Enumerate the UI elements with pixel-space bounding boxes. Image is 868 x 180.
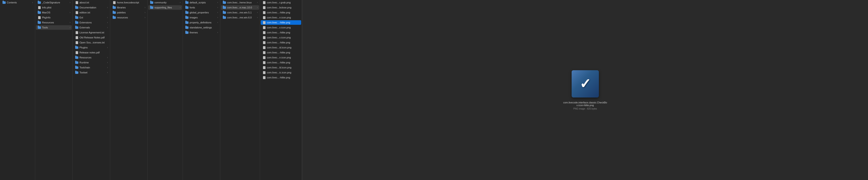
list-item[interactable]: home.livecodescript <box>111 0 147 5</box>
item-label: com.livec...ld.icon.png <box>267 66 300 69</box>
item-label: Tools <box>42 26 69 29</box>
list-item[interactable]: palettes› <box>111 10 147 15</box>
file-icon <box>38 16 41 19</box>
list-item[interactable]: Old Release Notes.pdf <box>73 35 109 40</box>
list-item[interactable]: Toolset› <box>73 70 109 75</box>
list-item[interactable]: MacOS› <box>36 10 72 15</box>
list-item[interactable]: edition.txt <box>73 10 109 15</box>
column-4: home.livecodescriptlibraries›palettes›re… <box>110 0 148 180</box>
column-7: com.livec...heme.linux›com.livec...e.mac… <box>220 0 260 180</box>
folder-icon <box>75 71 79 74</box>
list-item[interactable]: com.livec...n.icon.png <box>261 15 301 20</box>
list-item[interactable]: com.livec...x.icon.png <box>261 25 301 30</box>
item-label: resources <box>117 16 144 19</box>
item-label: com.livec...ic.icon.png <box>267 71 300 74</box>
list-item[interactable]: global_properties› <box>184 10 219 15</box>
list-item[interactable]: License Agreement.txt <box>73 30 109 35</box>
list-item[interactable]: Externals› <box>73 25 109 30</box>
list-item[interactable]: com.livec...bclose.png <box>261 5 301 10</box>
list-item[interactable]: com.livec...me.win.5.1› <box>221 10 259 15</box>
list-item[interactable]: libraries› <box>111 5 147 10</box>
chevron-icon: › <box>217 6 218 9</box>
list-item[interactable]: com.livec...-hilite.png <box>261 10 301 15</box>
folder-icon <box>113 6 116 9</box>
list-item[interactable]: com.livec...-hilite.png <box>261 75 301 80</box>
file-icon <box>263 6 266 9</box>
item-label: Old Release Notes.pdf <box>80 36 108 39</box>
list-item[interactable]: _CodeSignature› <box>36 0 72 5</box>
file-icon <box>263 66 266 69</box>
file-icon <box>113 1 116 4</box>
folder-icon <box>223 11 226 14</box>
list-item[interactable]: Resources› <box>36 20 72 25</box>
list-item[interactable]: com.livec...n.icon.png <box>261 55 301 60</box>
list-item[interactable]: com.livec...x.icon.png <box>261 35 301 40</box>
list-item[interactable]: standalone_settings <box>184 25 219 30</box>
list-item[interactable]: com.livec...-hilite.png <box>261 50 301 55</box>
column-6: default_scripts›fonts›global_properties›… <box>183 0 220 180</box>
list-item[interactable]: supporting_files› <box>148 5 182 10</box>
item-label: com.livec...n.icon.png <box>267 56 300 59</box>
list-item[interactable]: com.livec...-hilite.png <box>261 20 301 25</box>
list-item[interactable]: default_scripts› <box>184 0 219 5</box>
chevron-icon: › <box>70 11 70 13</box>
folder-icon <box>185 11 188 14</box>
list-item[interactable]: Toolchain› <box>73 65 109 70</box>
folder-icon <box>185 31 188 34</box>
list-item[interactable]: Tools› <box>36 25 72 30</box>
list-item[interactable]: Contents› <box>1 0 34 5</box>
list-item[interactable]: com.livec...me.win.6.0› <box>221 15 259 20</box>
file-icon <box>263 31 266 34</box>
file-icon <box>263 61 266 64</box>
item-label: community <box>154 1 179 4</box>
item-label: Runtime <box>80 61 106 64</box>
list-item[interactable]: PkgInfo <box>36 15 72 20</box>
folder-icon <box>185 6 188 9</box>
list-item[interactable]: community› <box>148 0 182 5</box>
list-item[interactable]: com.livec...-hilite.png <box>261 60 301 65</box>
list-item[interactable]: images› <box>184 15 219 20</box>
list-item[interactable]: themes› <box>184 30 219 35</box>
item-label: Documentation <box>80 6 106 9</box>
list-item[interactable]: com.livec...ic.icon.png <box>261 70 301 75</box>
list-item[interactable]: fonts› <box>184 5 219 10</box>
chevron-icon: › <box>257 17 258 19</box>
list-item[interactable]: com.livec...id.icon.png <box>261 45 301 50</box>
list-item[interactable]: resources› <box>111 15 147 20</box>
list-item[interactable]: com.livec...e.mac.10.0› <box>221 5 259 10</box>
folder-icon <box>75 17 79 19</box>
item-label: com.livec...bclose.png <box>267 6 300 9</box>
file-icon <box>75 36 78 39</box>
list-item[interactable]: Documentation› <box>73 5 109 10</box>
list-item[interactable]: com.livec...r.grab.png <box>261 0 301 5</box>
folder-icon <box>185 26 188 29</box>
chevron-icon: › <box>217 1 218 4</box>
list-item[interactable]: property_definitions› <box>184 20 219 25</box>
list-item[interactable]: Release notes.pdf <box>73 50 109 55</box>
list-item[interactable]: com.livec...-hilite.png <box>261 40 301 45</box>
chevron-icon: › <box>217 21 218 24</box>
list-item[interactable]: Resources› <box>73 55 109 60</box>
file-icon <box>38 6 41 9</box>
item-label: themes <box>190 31 216 34</box>
item-label: MacOS <box>42 11 69 14</box>
item-label: com.livec...e.mac.10.0 <box>227 6 256 9</box>
folder-icon <box>223 1 226 4</box>
list-item[interactable]: com.livec...-hilite.png <box>261 30 301 35</box>
list-item[interactable]: com.livec...ld.icon.png <box>261 65 301 70</box>
list-item[interactable]: Info.plist <box>36 5 72 10</box>
preview-image: ✓ <box>571 70 599 97</box>
list-item[interactable]: Plugins› <box>73 45 109 50</box>
preview-panel: ✓ com.livecode.interface.classic.CheckBo… <box>302 0 868 180</box>
folder-icon <box>150 6 153 9</box>
folder-icon <box>75 6 79 9</box>
list-item[interactable]: about.txt <box>73 0 109 5</box>
list-item[interactable]: Runtime› <box>73 60 109 65</box>
file-icon <box>263 1 266 4</box>
list-item[interactable]: com.livec...heme.linux› <box>221 0 259 5</box>
list-item[interactable]: Ext› <box>73 15 109 20</box>
folder-icon <box>75 26 79 29</box>
list-item[interactable]: Open Sou...icenses.txt <box>73 40 109 45</box>
item-label: com.livec...-hilite.png <box>267 61 300 64</box>
list-item[interactable]: Extensions› <box>73 20 109 25</box>
